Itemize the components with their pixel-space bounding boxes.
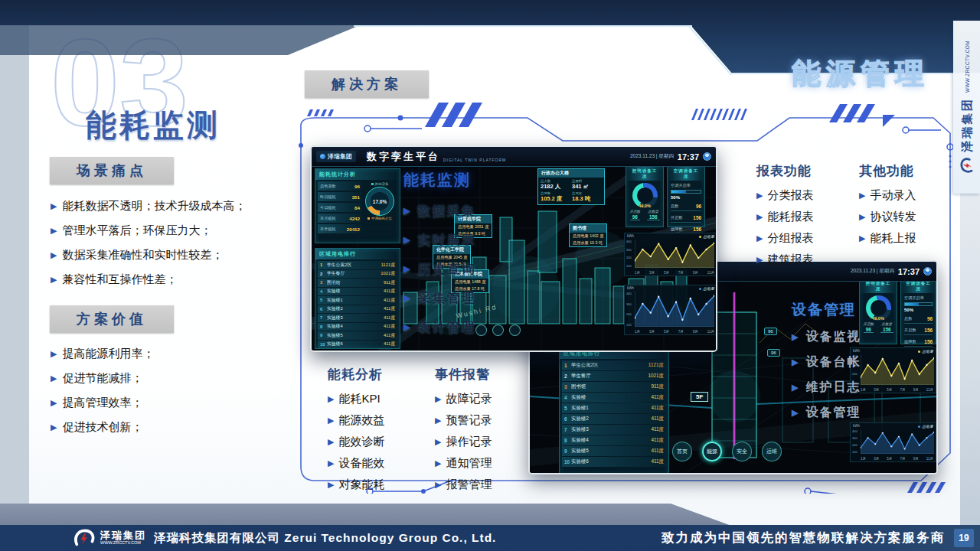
map-tool-button[interactable] [492, 324, 504, 336]
menu-item[interactable]: 设备台帐 [792, 354, 861, 370]
ranking-row: 6 实验楼2 411度 [562, 414, 666, 424]
user-avatar-icon[interactable] [703, 152, 711, 161]
menu-item[interactable]: 历史查询 [403, 260, 475, 278]
pain-point-item: 管理水平落后；环保压力大； [51, 223, 246, 238]
ranking-row: 6 实验楼2 411度 [318, 305, 397, 314]
ranking-row: 9 实验楼5 411度 [562, 446, 666, 456]
event-alarm-column: 事件报警 故障记录预警记录操作记录通知管理报警管理 [435, 366, 492, 499]
y-axis-ticks: 400300200100 [852, 429, 858, 454]
legend-dot-icon [918, 350, 920, 353]
dashboard2-header-right: 2023.11.23 | 星期四 17:37 [851, 267, 932, 276]
ac-rate: 空调开启率 50% [901, 293, 936, 312]
feature-item: 通知管理 [435, 456, 492, 471]
nav-button[interactable]: 运维 [762, 442, 782, 461]
legend-dot-icon [699, 236, 701, 238]
donut-legend: 其他设备 [371, 182, 389, 186]
feature-item: 能耗报表 [756, 210, 813, 224]
slide-header-title: 能源管理 [792, 54, 929, 93]
x-axis-ticks: 1月3月5月7月9月11月 [861, 457, 933, 461]
ac-panel-title: 空调设备工况 [668, 167, 704, 181]
chart-plot [635, 292, 714, 327]
chart-legend: 总电量 [699, 234, 714, 239]
ranking-row: 3 图书馆 911度 [562, 382, 666, 392]
zerui-logo-icon [959, 157, 975, 174]
donut-caption: 空调能耗占比 [368, 217, 392, 220]
feature-item: 故障记录 [435, 392, 492, 406]
menu-item[interactable]: 设备监视 [792, 329, 861, 345]
stat-row: 本月能耗 4242 [318, 214, 362, 223]
menu-item[interactable]: 采集管理 [403, 289, 475, 307]
ranking-row: 5 实验楼1 411度 [318, 296, 397, 305]
feature-item: 建筑报表 [756, 253, 813, 267]
tooltip-cell: 总用水 18.3 吨 [572, 191, 602, 203]
ranking-row: 1 学生公寓2区 1121度 [318, 261, 397, 269]
menu-title: 设备管理 [792, 300, 861, 320]
chart-legend: 总电量 [918, 349, 933, 354]
report-functions-list: 分类报表能耗报表分组报表建筑报表 [756, 188, 813, 267]
brand-url: WWW.ZRCCTV.COM [964, 41, 969, 93]
ac-stat-row: 开启数156 [904, 328, 933, 336]
dashboard2-nav-buttons: 首页能源安全运维 [672, 442, 782, 461]
energy-monitoring-menu: 能耗监测 数据采集实时展示历史查询采集管理表计管理 [403, 170, 475, 336]
brand-name: 泽瑞集团 [959, 97, 974, 152]
other-functions-column: 其他功能 手动录入协议转发能耗上报 [859, 162, 916, 253]
stat-row: 今日能耗 84 [318, 203, 362, 212]
feature-item: 报警管理 [435, 478, 492, 492]
column-title: 报表功能 [756, 162, 813, 180]
ac-rows: 总数96开启数156故障数156 [901, 316, 936, 347]
column-title: 其他功能 [859, 162, 916, 180]
ranking-row: 10 实验楼6 411度 [562, 457, 666, 467]
pain-points-list: 能耗数据不透明；技术升级成本高；管理水平落后；环保压力大；数据采集准确性和实时性… [51, 199, 246, 297]
map-tool-button[interactable] [509, 324, 521, 336]
section-header-pain-points: 场景痛点 [50, 157, 174, 184]
ranking-rows: 1 学生公寓2区 1121度 2 学生餐厅 1021度 3 图书馆 911度 4… [315, 259, 400, 350]
column-title: 事件报警 [435, 366, 492, 383]
stat-rows: 总电表数 96 昨日能耗 351 今日能耗 84 本月能耗 4242 本年能耗 … [318, 181, 362, 235]
gauge-footer: 开启数96总数量156 [626, 210, 663, 220]
gauge-stat: 总数量156 [880, 322, 893, 333]
building-tooltip: 图书馆 总用电量 1402 度 总用水量 10.3 吨 [569, 223, 607, 247]
feature-item: 能耗KPI [328, 392, 384, 406]
solution-value-item: 提高能源利用率； [51, 347, 154, 361]
nav-button[interactable]: 能源 [702, 442, 722, 461]
pain-point-item: 数据采集准确性和实时性较差； [51, 248, 246, 262]
gauge-value: 49.0% [639, 204, 651, 208]
menu-item[interactable]: 实时展示 [403, 231, 475, 249]
feature-item: 预警记录 [435, 413, 492, 428]
nav-button[interactable]: 首页 [672, 442, 692, 461]
dashboard-title: 数字孪生平台 [367, 150, 440, 164]
map-tool-buttons [475, 324, 521, 336]
gauge-ring: 49.0% [632, 183, 658, 208]
right-edge-photo [960, 193, 980, 525]
gauge-footer: 开启数96总数量156 [860, 322, 897, 333]
legend-dot-icon [699, 288, 701, 290]
brand-strip: 泽瑞集团 WWW.ZRCCTV.COM [953, 21, 980, 194]
user-avatar-icon[interactable] [923, 267, 932, 276]
floor-label: 5F [691, 392, 708, 402]
lighting-gauge-panel: 照明设备工况 49.0% 开启数96总数量156 [859, 279, 897, 344]
feature-item: 能耗上报 [859, 231, 916, 246]
dashboard1-time: 17:37 [678, 152, 699, 161]
menu-item[interactable]: 维护日志 [792, 380, 861, 396]
dashboard1-date: 2023.11.23 | 星期四 [630, 153, 674, 160]
ranking-row: 8 实验楼4 411度 [318, 323, 397, 331]
menu-item[interactable]: 数据采集 [403, 202, 475, 220]
menu-item[interactable]: 设备管理 [792, 405, 861, 421]
x-axis-ticks: 1月3月5月7月9月11月 [861, 388, 933, 392]
nav-button[interactable]: 安全 [732, 442, 752, 461]
brand-strip-content: 泽瑞集团 WWW.ZRCCTV.COM [959, 41, 975, 174]
map-tool-button[interactable] [475, 324, 487, 336]
ranking-row: 7 实验楼3 411度 [318, 314, 397, 322]
ac-gauge-panel: 空调设备工况 空调开启率 50% 总数96开启数156故障数156 [667, 166, 705, 227]
solution-value-item: 促进技术创新； [51, 420, 154, 435]
ranking-row: 10 实验楼6 411度 [318, 341, 397, 349]
dashboard1-header: 泽瑞集团 数字孪生平台 DIGITAL TWIN PLATFORM 2023.1… [312, 147, 716, 167]
legend-dot-icon [918, 425, 920, 428]
ranking-row: 5 实验楼1 411度 [562, 403, 666, 413]
gauge-panel-title: 照明设备工况 [626, 167, 663, 181]
energy-line-chart-blue: kWh 总电量 400300200100 1月3月5月7月9月11月 [624, 285, 717, 335]
menu-item[interactable]: 表计管理 [403, 318, 475, 336]
report-functions-column: 报表功能 分类报表能耗报表分组报表建筑报表 [756, 162, 813, 274]
chart-plot [635, 240, 714, 268]
solution-value-item: 促进节能减排； [51, 371, 154, 386]
